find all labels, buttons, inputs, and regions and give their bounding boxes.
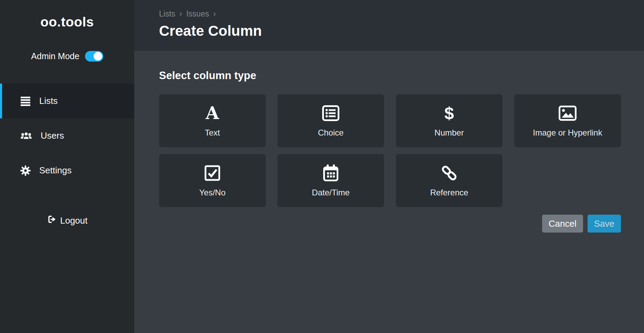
sidebar-item-settings[interactable]: Settings xyxy=(0,153,134,188)
form-actions: Cancel Save xyxy=(159,215,621,233)
breadcrumb-separator: › xyxy=(213,9,216,19)
users-icon xyxy=(20,131,32,140)
column-type-card-reference[interactable]: Reference xyxy=(396,154,503,207)
card-label: Yes/No xyxy=(199,188,226,197)
breadcrumb-link-lists[interactable]: Lists xyxy=(159,9,175,19)
section-title: Select column type xyxy=(159,69,644,82)
page-title: Create Column xyxy=(159,23,644,39)
column-type-card-text[interactable]: A Text xyxy=(159,94,266,147)
breadcrumb: Lists › Issues › xyxy=(159,9,644,19)
content-area: Select column type A Text xyxy=(134,51,644,333)
sidebar: oo.tools Admin Mode Lists xyxy=(0,0,134,333)
column-type-grid: A Text xyxy=(159,94,621,207)
sidebar-item-lists[interactable]: Lists xyxy=(0,84,134,118)
column-type-card-image-or-hyperlink[interactable]: Image or Hyperlink xyxy=(514,94,621,147)
breadcrumb-separator: › xyxy=(179,9,182,19)
save-button[interactable]: Save xyxy=(588,215,621,233)
sidebar-item-label: Settings xyxy=(39,165,72,176)
dollar-icon: $ xyxy=(444,104,454,122)
toggle-knob xyxy=(94,52,102,61)
sidebar-item-label: Users xyxy=(41,130,64,141)
sidebar-item-label: Lists xyxy=(39,96,57,106)
column-type-card-choice[interactable]: Choice xyxy=(277,94,384,147)
card-label: Image or Hyperlink xyxy=(533,128,602,138)
card-label: Reference xyxy=(430,188,468,197)
card-label: Number xyxy=(434,128,464,138)
check-square-icon xyxy=(204,164,221,182)
cancel-button[interactable]: Cancel xyxy=(542,215,583,233)
app-logo: oo.tools xyxy=(0,14,134,30)
column-type-card-yes-no[interactable]: Yes/No xyxy=(159,154,266,207)
column-type-card-number[interactable]: $ Number xyxy=(396,94,503,147)
column-type-card-date-time[interactable]: Date/Time xyxy=(277,154,384,207)
sidebar-item-users[interactable]: Users xyxy=(0,118,134,153)
logout-button[interactable]: Logout xyxy=(0,215,134,226)
card-label: Text xyxy=(205,128,220,138)
gear-icon xyxy=(20,165,31,176)
font-icon: A xyxy=(206,104,219,122)
sidebar-nav: Lists Users xyxy=(0,84,134,188)
main-area: Lists › Issues › Create Column Select co… xyxy=(134,0,644,333)
page-header: Lists › Issues › Create Column xyxy=(134,0,644,51)
admin-mode-label: Admin Mode xyxy=(31,51,79,61)
breadcrumb-link-issues[interactable]: Issues xyxy=(186,9,209,19)
admin-mode-toggle[interactable] xyxy=(85,51,103,62)
list-alt-icon xyxy=(322,104,339,122)
list-icon xyxy=(20,96,31,106)
logout-label: Logout xyxy=(60,215,88,226)
card-label: Choice xyxy=(318,128,344,138)
calendar-icon xyxy=(323,164,339,182)
link-icon xyxy=(441,164,458,182)
sign-out-icon xyxy=(47,215,56,226)
admin-mode-row: Admin Mode xyxy=(0,51,134,62)
image-icon xyxy=(559,104,577,122)
card-label: Date/Time xyxy=(312,188,350,197)
